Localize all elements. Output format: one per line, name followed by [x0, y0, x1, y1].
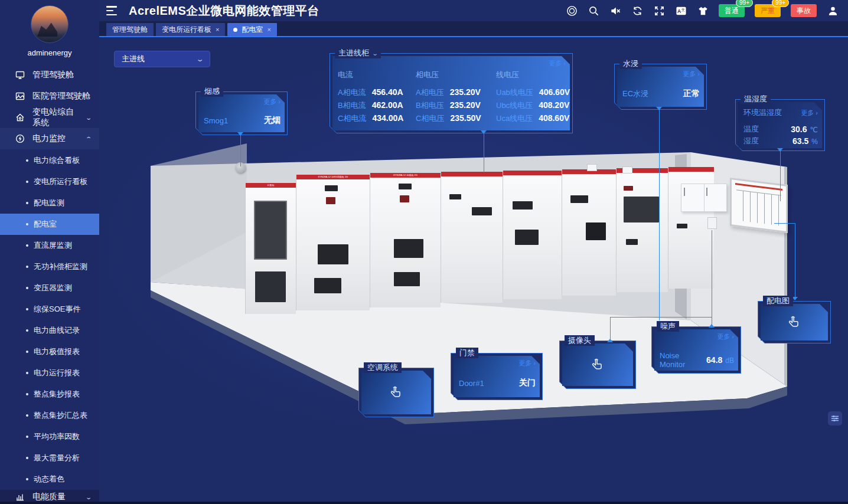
bottom-edge — [0, 502, 848, 504]
device-label: Smog1 — [204, 116, 228, 125]
panel-title: 噪声 — [657, 321, 679, 332]
sidebar-item-cockpit[interactable]: 管理驾驶舱 — [0, 64, 99, 86]
column-header: 电流 — [338, 70, 353, 80]
device-label: Noise Monitor — [660, 351, 706, 369]
cabinet-metering: 计量柜 — [245, 183, 296, 314]
submenu-item-active[interactable]: 配电室 — [0, 214, 99, 235]
column-header: 相电压 — [416, 70, 439, 80]
diagram-panel[interactable]: 配电图 — [758, 301, 831, 343]
badge-count: 99+ — [736, 0, 753, 7]
avatar[interactable] — [31, 5, 69, 43]
translate-icon[interactable]: A文 — [675, 5, 687, 17]
more-link[interactable]: 更多 › — [801, 109, 818, 117]
close-icon[interactable]: × — [267, 26, 270, 33]
connector-anchor — [656, 107, 662, 113]
device-value: 正常 — [683, 89, 700, 99]
submenu-item[interactable]: 变压器监测 — [0, 277, 99, 299]
cabinet-5 — [503, 171, 562, 299]
line-selector-dropdown[interactable]: 主进线 ⌄ — [114, 51, 210, 67]
cabinet-incoming-1g: KYN28A-12 10KV进线柜 1G — [296, 175, 370, 310]
camera-panel[interactable]: 摄像头 — [559, 341, 636, 389]
diagram-board — [730, 178, 788, 233]
submenu-item[interactable]: 电力运行报表 — [0, 362, 99, 384]
alarm-badge-normal[interactable]: 普通 99+ — [719, 4, 745, 17]
submenu-item[interactable]: 电力曲线记录 — [0, 320, 99, 341]
connector-anchor — [709, 321, 715, 328]
close-icon[interactable]: × — [216, 26, 219, 33]
fullscreen-icon[interactable] — [653, 5, 665, 17]
sidebar: adminenergy 管理驾驶舱 医院管理驾驶舱 变电站综自系统 ⌄ 电力监控… — [0, 0, 99, 504]
connector-cabinet — [484, 133, 484, 172]
more-link[interactable]: 更多 › — [263, 97, 281, 106]
layer-settings-button[interactable] — [828, 411, 842, 426]
connector-anchor — [777, 148, 783, 155]
sidebar-item-power-monitoring[interactable]: 电力监控 ⌃ — [0, 128, 99, 149]
device-value: 关门 — [519, 378, 536, 388]
image-icon — [15, 91, 25, 101]
mute-icon[interactable] — [609, 5, 621, 17]
app-title: AcrelEMS企业微电网能效管理平台 — [129, 3, 319, 19]
column-header: 线电压 — [496, 70, 519, 80]
tab-distribution-room[interactable]: 配电室 × — [227, 23, 276, 36]
connector-anchor — [237, 132, 243, 139]
power-icon — [15, 134, 25, 143]
connector-humiture — [780, 151, 781, 201]
header: AcrelEMS企业微电网能效管理平台 A文 普通 99+ 严重 99+ — [99, 0, 848, 21]
connector-diagram-v — [795, 223, 795, 300]
submenu-item[interactable]: 无功补偿柜监测 — [0, 256, 99, 277]
more-link[interactable]: 更多 › — [683, 70, 700, 78]
connector-smoke — [240, 135, 241, 166]
submenu-item[interactable]: 整点集抄汇总表 — [0, 405, 99, 426]
device-label: Door#1 — [459, 379, 484, 388]
connector-noise — [712, 230, 712, 325]
badge-count: 99+ — [772, 0, 789, 7]
submenu-item[interactable]: 平均功率因数 — [0, 426, 99, 447]
cabinet-7 — [616, 168, 668, 292]
water-panel: 水浸 更多 › EC水浸 正常 — [614, 64, 707, 110]
sidebar-item-hospital-cockpit[interactable]: 医院管理驾驶舱 — [0, 86, 99, 107]
wall-camera-2 — [622, 166, 632, 174]
submenu-item[interactable]: 综保SOE事件 — [0, 299, 99, 320]
more-link[interactable]: 更多 › — [549, 59, 566, 68]
panel-title: 温湿度 — [741, 94, 771, 104]
more-link[interactable]: 更多 › — [518, 359, 536, 368]
submenu-item[interactable]: 电力综合看板 — [0, 150, 99, 171]
cabinet-4 — [441, 172, 503, 303]
chevron-down-icon: ⌄ — [195, 55, 204, 63]
connector-water — [659, 110, 660, 320]
submenu-item[interactable]: 直流屏监测 — [0, 235, 99, 256]
door-panel: 门禁 更多 › Door#1 关门 — [451, 353, 543, 400]
user-icon[interactable] — [827, 5, 839, 17]
hand-pointer-icon — [559, 341, 636, 389]
menu-icon[interactable] — [106, 6, 118, 15]
submenu-item[interactable]: 配电监测 — [0, 192, 99, 214]
submenu-item[interactable]: 动态着色 — [0, 469, 99, 490]
tab-substation-board[interactable]: 变电所运行看板 × — [156, 23, 225, 36]
sidebar-item-substation-system[interactable]: 变电站综自系统 ⌄ — [0, 107, 99, 128]
theme-icon[interactable] — [697, 5, 709, 17]
submenu-item[interactable]: 整点集抄报表 — [0, 384, 99, 405]
cabinet-outgoing-2g: KYN28A-12 出线柜 2G — [370, 173, 441, 307]
alarm-badge-accident[interactable]: 事故 — [791, 4, 817, 17]
chevron-down-icon: ⌄ — [85, 494, 92, 500]
submenu-item[interactable]: 电力极值报表 — [0, 341, 99, 362]
device-label: 环境温湿度 — [743, 107, 782, 118]
search-icon[interactable] — [588, 5, 599, 17]
target-icon[interactable] — [566, 5, 578, 17]
humiture-panel: 温湿度 环境温湿度 更多 › 温度 30.6℃ 湿度 63.5% — [735, 99, 825, 151]
smoke-panel: 烟感 更多 › Smog1 无烟 — [195, 91, 288, 135]
aircon-panel[interactable]: 空调系统 — [358, 368, 434, 417]
cabinet-label: 计量柜 — [246, 183, 296, 188]
connector-anchor — [481, 130, 487, 137]
connector-camera-h — [610, 317, 712, 318]
chevron-down-icon: ⌄ — [371, 50, 379, 57]
submenu-item[interactable]: 最大需量分析 — [0, 447, 99, 469]
submenu-item[interactable]: 变电所运行看板 — [0, 171, 99, 192]
refresh-icon[interactable] — [631, 5, 643, 17]
alarm-badge-severe[interactable]: 严重 99+ — [755, 4, 781, 17]
cabinet-6 — [562, 169, 616, 296]
active-tab-dot — [233, 28, 237, 32]
tab-management-cockpit[interactable]: 管理驾驶舱 — [106, 23, 154, 36]
more-link[interactable]: 更多 › — [717, 332, 734, 341]
panel-title: 水浸 — [619, 58, 642, 69]
